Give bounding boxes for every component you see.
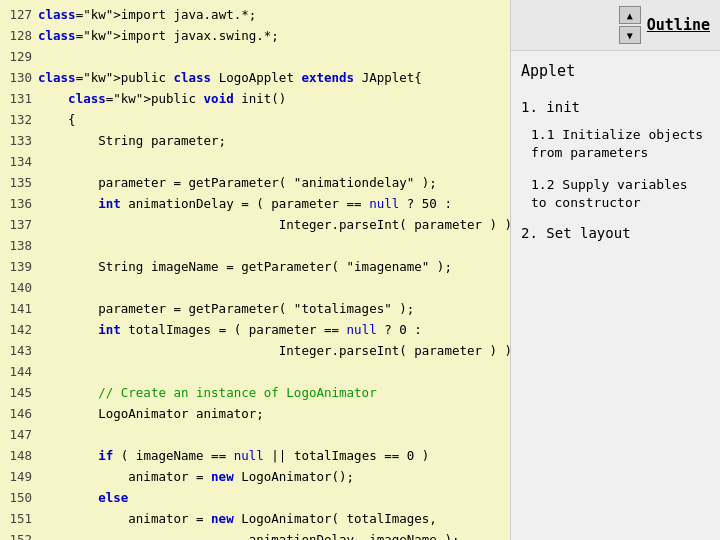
- code-line: 151 animator = new LogoAnimator( totalIm…: [0, 508, 510, 529]
- code-line: 135 parameter = getParameter( "animation…: [0, 172, 510, 193]
- line-number: 146: [0, 403, 38, 424]
- line-number: 140: [0, 277, 38, 298]
- line-number: 152: [0, 529, 38, 540]
- outline-2[interactable]: 2. Set layout: [521, 222, 710, 246]
- line-code: String imageName = getParameter( "imagen…: [38, 256, 510, 277]
- outline-content: Applet1. init1.1 Initialize objects from…: [511, 51, 720, 254]
- line-code: LogoAnimator animator;: [38, 403, 510, 424]
- code-line: 143 Integer.parseInt( parameter ) );: [0, 340, 510, 361]
- line-code: int totalImages = ( parameter == null ? …: [38, 319, 510, 340]
- code-line: 144: [0, 361, 510, 382]
- outline-1-1[interactable]: 1.1 Initialize objects from parameters: [521, 124, 710, 164]
- code-line: 139 String imageName = getParameter( "im…: [0, 256, 510, 277]
- line-code: Integer.parseInt( parameter ) );: [38, 214, 510, 235]
- line-code: if ( imageName == null || totalImages ==…: [38, 445, 510, 466]
- line-code: Integer.parseInt( parameter ) );: [38, 340, 510, 361]
- line-number: 138: [0, 235, 38, 256]
- line-number: 149: [0, 466, 38, 487]
- line-number: 130: [0, 67, 38, 88]
- line-code: class="kw">import java.awt.*;: [38, 4, 510, 25]
- code-line: 142 int totalImages = ( parameter == nul…: [0, 319, 510, 340]
- code-line: 136 int animationDelay = ( parameter == …: [0, 193, 510, 214]
- line-code: {: [38, 109, 510, 130]
- code-line: 137 Integer.parseInt( parameter ) );: [0, 214, 510, 235]
- line-number: 136: [0, 193, 38, 214]
- outline-applet[interactable]: Applet: [521, 59, 710, 84]
- code-line: 130class="kw">public class LogoApplet ex…: [0, 67, 510, 88]
- line-number: 151: [0, 508, 38, 529]
- code-line: 127class="kw">import java.awt.*;: [0, 4, 510, 25]
- code-line: 140: [0, 277, 510, 298]
- line-number: 127: [0, 4, 38, 25]
- code-line: 152 animationDelay, imageName );: [0, 529, 510, 540]
- code-line: 146 LogoAnimator animator;: [0, 403, 510, 424]
- line-code: animator = new LogoAnimator( totalImages…: [38, 508, 510, 529]
- outline-panel: ▲ ▼ Outline Applet1. init1.1 Initialize …: [510, 0, 720, 540]
- code-line: 150 else: [0, 487, 510, 508]
- code-line: 129: [0, 46, 510, 67]
- line-code: animationDelay, imageName );: [38, 529, 510, 540]
- code-line: 149 animator = new LogoAnimator();: [0, 466, 510, 487]
- line-code: parameter = getParameter( "totalimages" …: [38, 298, 510, 319]
- outline-up-button[interactable]: ▲: [619, 6, 641, 24]
- line-number: 135: [0, 172, 38, 193]
- outline-header: ▲ ▼ Outline: [511, 0, 720, 51]
- line-number: 139: [0, 256, 38, 277]
- code-line: 138: [0, 235, 510, 256]
- line-number: 137: [0, 214, 38, 235]
- line-number: 128: [0, 25, 38, 46]
- line-number: 145: [0, 382, 38, 403]
- line-number: 143: [0, 340, 38, 361]
- code-line: 132 {: [0, 109, 510, 130]
- outline-arrows: ▲ ▼: [619, 6, 641, 44]
- line-number: 150: [0, 487, 38, 508]
- outline-init[interactable]: 1. init: [521, 96, 710, 120]
- line-number: 132: [0, 109, 38, 130]
- line-code: animator = new LogoAnimator();: [38, 466, 510, 487]
- line-code: String parameter;: [38, 130, 510, 151]
- line-number: 144: [0, 361, 38, 382]
- code-line: 145 // Create an instance of LogoAnimato…: [0, 382, 510, 403]
- code-line: 141 parameter = getParameter( "totalimag…: [0, 298, 510, 319]
- code-line: 128class="kw">import javax.swing.*;: [0, 25, 510, 46]
- line-number: 148: [0, 445, 38, 466]
- line-code: parameter = getParameter( "animationdela…: [38, 172, 510, 193]
- line-code: class="kw">public class LogoApplet exten…: [38, 67, 510, 88]
- line-code: class="kw">import javax.swing.*;: [38, 25, 510, 46]
- code-line: 134: [0, 151, 510, 172]
- outline-down-button[interactable]: ▼: [619, 26, 641, 44]
- code-line: 133 String parameter;: [0, 130, 510, 151]
- code-panel: 127class="kw">import java.awt.*;128class…: [0, 0, 510, 540]
- line-code: // Create an instance of LogoAnimator: [38, 382, 510, 403]
- code-line: 131 class="kw">public void init(): [0, 88, 510, 109]
- code-line: 147: [0, 424, 510, 445]
- outline-title: Outline: [647, 16, 710, 34]
- line-number: 141: [0, 298, 38, 319]
- line-code: class="kw">public void init(): [38, 88, 510, 109]
- line-number: 147: [0, 424, 38, 445]
- line-number: 142: [0, 319, 38, 340]
- line-code: else: [38, 487, 510, 508]
- line-number: 133: [0, 130, 38, 151]
- code-line: 148 if ( imageName == null || totalImage…: [0, 445, 510, 466]
- line-number: 134: [0, 151, 38, 172]
- line-number: 129: [0, 46, 38, 67]
- line-number: 131: [0, 88, 38, 109]
- line-code: int animationDelay = ( parameter == null…: [38, 193, 510, 214]
- outline-1-2[interactable]: 1.2 Supply variables to constructor: [521, 174, 710, 214]
